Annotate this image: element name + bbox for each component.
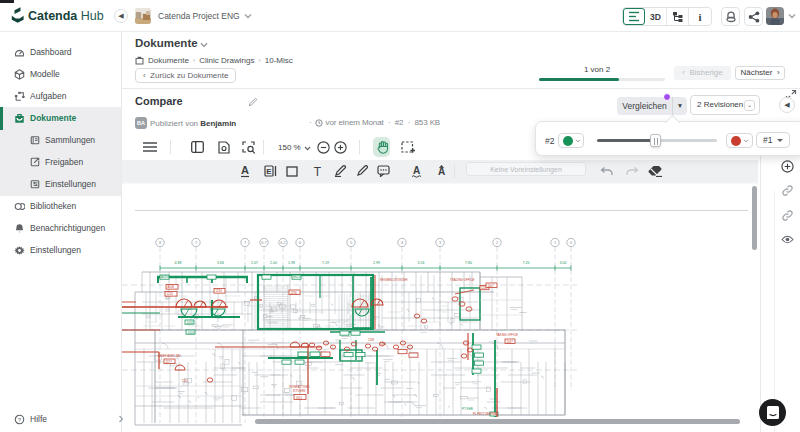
- svg-text:AUDIO: AUDIO: [161, 275, 171, 279]
- svg-text:3.00: 3.00: [560, 261, 567, 265]
- svg-text:4.88: 4.88: [175, 261, 182, 265]
- svg-text:PT KHB: PT KHB: [462, 407, 473, 411]
- svg-text:2.07: 2.07: [251, 261, 258, 265]
- svg-text:7.80: 7.80: [465, 261, 472, 265]
- svg-text:1447: 1447: [507, 340, 514, 344]
- svg-text:1577: 1577: [166, 360, 173, 364]
- svg-text:1531: 1531: [182, 379, 188, 383]
- svg-text:3.66: 3.66: [217, 261, 224, 265]
- svg-text:PL PETZ KEMINAL: PL PETZ KEMINAL: [473, 412, 499, 416]
- svg-text:1007: 1007: [488, 284, 495, 288]
- svg-text:TAKING OFFICE: TAKING OFFICE: [496, 333, 518, 337]
- svg-text:1208: 1208: [187, 321, 194, 325]
- svg-text:CHIEF ASRC MD: CHIEF ASRC MD: [158, 354, 181, 358]
- svg-text:1218: 1218: [167, 292, 174, 296]
- svg-text:7.19: 7.19: [322, 261, 329, 265]
- svg-text:A208: A208: [168, 285, 175, 289]
- svg-text:E: E: [266, 167, 272, 176]
- svg-text:KITCHEN: KITCHEN: [293, 389, 305, 393]
- svg-text:6.7: 6.7: [261, 240, 267, 245]
- svg-text:3.16: 3.16: [418, 261, 425, 265]
- svg-text:1234: 1234: [216, 289, 223, 293]
- svg-text:A: A: [437, 166, 444, 177]
- svg-text:7.20: 7.20: [523, 261, 530, 265]
- svg-text:MUCK: MUCK: [293, 275, 301, 279]
- svg-text:1246: 1246: [380, 342, 386, 346]
- svg-text:1.98: 1.98: [288, 261, 295, 265]
- svg-text:A: A: [412, 165, 419, 176]
- svg-text:6.2: 6.2: [280, 240, 286, 245]
- svg-text:1018: 1018: [188, 331, 195, 335]
- svg-text:1248: 1248: [368, 338, 374, 342]
- svg-text:A: A: [241, 165, 249, 176]
- svg-text:1011: 1011: [296, 396, 302, 400]
- svg-text:?: ?: [18, 416, 22, 422]
- svg-text:2.99: 2.99: [373, 261, 380, 265]
- svg-text:TRADING OFFICE: TRADING OFFICE: [450, 278, 474, 282]
- svg-text:1236: 1236: [291, 291, 298, 295]
- svg-text:RESIMELUTION WH: RESIMELUTION WH: [380, 278, 407, 282]
- svg-text:2.00: 2.00: [270, 261, 277, 265]
- svg-text:T: T: [313, 166, 321, 177]
